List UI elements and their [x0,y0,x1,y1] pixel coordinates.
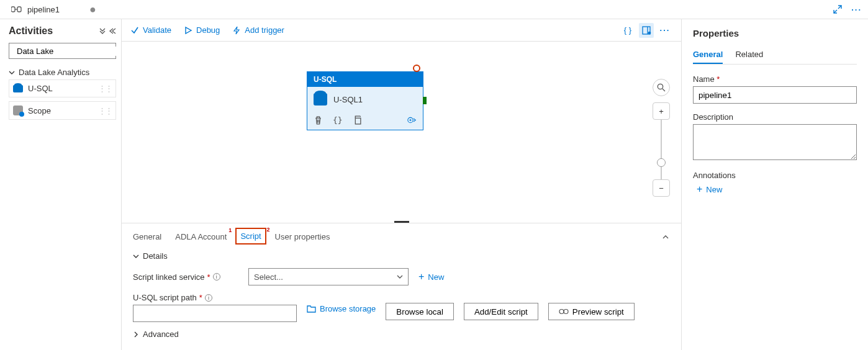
description-input[interactable] [693,124,857,160]
expand-icon[interactable] [833,4,843,14]
collapse-all-icon[interactable] [99,27,106,35]
activities-search-input[interactable] [17,47,121,56]
category-label: Data Lake Analytics [19,68,89,77]
svg-rect-8 [355,118,361,124]
add-edit-script-button[interactable]: Add/Edit script [464,303,538,320]
props-tab-related[interactable]: Related [735,46,763,64]
browse-storage-link[interactable]: Browse storage [307,304,376,313]
svg-rect-1 [17,7,21,12]
svg-point-7 [648,31,651,34]
chevron-right-icon [133,331,139,338]
chevron-down-icon [133,253,139,259]
add-output-icon[interactable] [407,115,417,125]
info-icon[interactable]: i [205,294,212,302]
browse-local-button[interactable]: Browse local [386,303,454,320]
preview-icon [559,308,569,315]
chevron-down-icon [397,274,403,280]
scope-icon [13,105,23,115]
sidebar-title: Activities [9,25,53,37]
details-section-header[interactable]: Details [133,251,670,261]
zoom-slider[interactable] [661,120,662,179]
copy-icon[interactable] [353,115,362,125]
tab-general[interactable]: General [133,230,161,244]
code-view-icon[interactable]: { } [620,23,635,38]
top-tab-bar: pipeline1 ● ··· [0,0,868,19]
database-icon [314,93,327,105]
category-data-lake-analytics[interactable]: Data Lake Analytics [9,65,116,79]
zoom-controls: + − [653,79,670,197]
pipeline-tab[interactable]: pipeline1 ● [6,0,101,19]
collapse-panel-icon[interactable] [661,233,670,241]
activity-usql[interactable]: U-SQL ⋮⋮ [9,79,116,97]
pipeline-tab-title: pipeline1 [27,5,60,14]
add-trigger-button[interactable]: Add trigger [232,25,284,35]
dirty-indicator: ● [89,3,96,16]
node-name: U-SQL1 [333,95,363,104]
properties-toggle-icon[interactable] [639,23,654,38]
pipeline-icon [11,5,22,14]
tab-user-properties[interactable]: User properties [275,230,330,244]
usql-icon [13,85,23,92]
more-icon[interactable]: ··· [851,5,862,14]
zoom-fit-button[interactable] [653,79,670,96]
trigger-icon [232,26,241,35]
script-path-label: U-SQL script path * i [133,293,297,302]
tab-script[interactable]: Script 2 [237,229,264,243]
name-input[interactable] [693,86,857,104]
activity-scope[interactable]: Scope ⋮⋮ [9,101,116,120]
annotations-field-label: Annotations [693,171,857,180]
preview-script-button[interactable]: Preview script [548,303,635,320]
validation-error-icon [413,65,420,72]
linked-service-label: Script linked service * i [133,272,238,282]
error-badge: 1 [228,227,232,233]
zoom-in-button[interactable]: + [653,102,670,120]
validate-button[interactable]: Validate [130,25,171,35]
properties-panel: Properties General Related Name * Descri… [682,19,868,350]
svg-point-14 [559,310,564,314]
activity-label: Scope [28,106,51,115]
drag-handle-icon: ⋮⋮ [98,84,112,93]
name-field-label: Name * [693,74,857,84]
check-icon [130,26,139,35]
new-annotation-link[interactable]: + New [697,184,857,195]
script-path-input[interactable] [133,305,297,322]
activity-label: U-SQL [28,84,53,93]
error-badge: 2 [267,227,270,233]
drag-handle-icon: ⋮⋮ [98,106,112,115]
debug-button[interactable]: Debug [184,25,220,35]
activity-settings-panel: General ADLA Account 1 Script 2 User pro… [122,223,681,350]
props-tab-general[interactable]: General [693,46,723,64]
search-icon [657,83,666,92]
info-icon[interactable]: i [213,273,220,280]
svg-line-13 [662,89,665,91]
usql-activity-node[interactable]: U-SQL U-SQL1 {} [307,71,423,130]
folder-icon [307,305,316,313]
svg-point-12 [658,84,662,89]
new-linked-service-link[interactable]: + New [418,271,444,282]
advanced-section-header[interactable]: Advanced [133,330,670,339]
play-icon [184,26,192,35]
delete-icon[interactable] [314,115,323,125]
chevron-down-icon [9,70,15,76]
node-type-label: U-SQL [307,72,423,87]
hide-sidebar-icon[interactable] [109,27,116,35]
svg-point-15 [564,310,568,314]
properties-title: Properties [693,28,857,38]
code-icon[interactable]: {} [333,115,343,125]
activities-sidebar: Activities Data Lake Analytics U-SQL ⋮⋮ [0,19,121,350]
zoom-thumb[interactable] [657,158,666,167]
settings-tabs: General ADLA Account 1 Script 2 User pro… [133,230,670,244]
editor-toolbar: Validate Debug Add trigger { } ··· [122,19,681,42]
pipeline-canvas[interactable]: U-SQL U-SQL1 {} [122,42,681,223]
tab-adla-account[interactable]: ADLA Account 1 [175,230,227,244]
svg-rect-0 [11,7,15,12]
zoom-out-button[interactable]: − [653,179,670,197]
activities-search[interactable] [9,43,116,59]
linked-service-select[interactable]: Select... [248,268,409,285]
more-icon[interactable]: ··· [658,23,672,38]
description-field-label: Description [693,112,857,122]
output-port[interactable] [423,97,427,104]
panel-resize-handle[interactable] [394,221,409,223]
